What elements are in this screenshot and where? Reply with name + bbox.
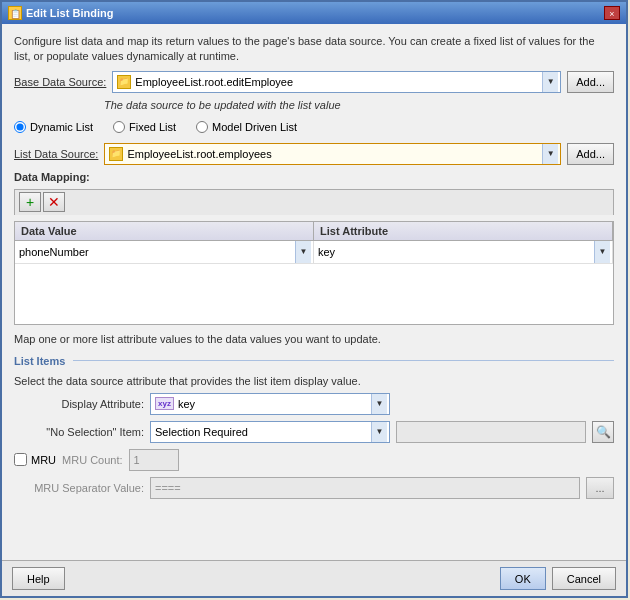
base-data-source-label: Base Data Source: bbox=[14, 76, 106, 88]
display-attribute-arrow: ▼ bbox=[371, 394, 387, 414]
fixed-list-input[interactable] bbox=[113, 121, 125, 133]
dialog-icon: 📋 bbox=[8, 6, 22, 20]
data-value-cell: phoneNumber ▼ bbox=[15, 241, 314, 263]
bottom-left: Help bbox=[12, 567, 65, 590]
list-items-description: Select the data source attribute that pr… bbox=[14, 375, 614, 387]
dynamic-list-input[interactable] bbox=[14, 121, 26, 133]
display-attribute-dropdown[interactable]: xyz key ▼ bbox=[150, 393, 390, 415]
mru-separator-row: MRU Separator Value: ==== ... bbox=[14, 477, 614, 499]
list-data-source-dropdown[interactable]: 📁 EmployeeList.root.employees ▼ bbox=[104, 143, 561, 165]
data-value-text: phoneNumber bbox=[19, 246, 89, 258]
mru-count-label: MRU Count: bbox=[62, 454, 123, 466]
data-value-dropdown[interactable]: phoneNumber ▼ bbox=[15, 241, 313, 263]
mru-row: MRU MRU Count: 1 bbox=[14, 449, 614, 471]
no-selection-item-value: Selection Required bbox=[155, 426, 248, 438]
no-selection-item-row: "No Selection" Item: Selection Required … bbox=[14, 421, 614, 443]
dialog-content: Configure list data and map its return v… bbox=[2, 24, 626, 560]
list-data-source-arrow: ▼ bbox=[542, 144, 558, 164]
list-items-section-label: List Items bbox=[14, 355, 65, 367]
model-driven-list-input[interactable] bbox=[196, 121, 208, 133]
dialog-title: Edit List Binding bbox=[26, 7, 113, 19]
mru-label: MRU bbox=[31, 454, 56, 466]
base-data-source-arrow: ▼ bbox=[542, 72, 558, 92]
list-data-source-label: List Data Source: bbox=[14, 148, 98, 160]
no-selection-search-button[interactable]: 🔍 bbox=[592, 421, 614, 443]
cancel-button[interactable]: Cancel bbox=[552, 567, 616, 590]
add-mapping-button[interactable]: + bbox=[19, 192, 41, 212]
mru-checkbox-label[interactable]: MRU bbox=[14, 453, 56, 466]
mru-separator-label: MRU Separator Value: bbox=[14, 482, 144, 494]
delete-mapping-button[interactable]: ✕ bbox=[43, 192, 65, 212]
display-attribute-row: Display Attribute: xyz key ▼ bbox=[14, 393, 614, 415]
title-bar: 📋 Edit List Binding × bbox=[2, 2, 626, 24]
no-selection-item-dropdown[interactable]: Selection Required ▼ bbox=[150, 421, 390, 443]
no-selection-item-input[interactable] bbox=[396, 421, 586, 443]
fixed-list-radio[interactable]: Fixed List bbox=[113, 121, 176, 133]
list-data-source-icon: 📁 bbox=[109, 147, 123, 161]
base-data-source-hint: The data source to be updated with the l… bbox=[14, 99, 614, 111]
help-button[interactable]: Help bbox=[12, 567, 65, 590]
display-attribute-label: Display Attribute: bbox=[14, 398, 144, 410]
base-data-source-value: EmployeeList.root.editEmployee bbox=[135, 76, 293, 88]
data-mapping-label: Data Mapping: bbox=[14, 171, 614, 183]
fixed-list-label: Fixed List bbox=[129, 121, 176, 133]
mapping-hint-text: Map one or more list attribute values to… bbox=[14, 333, 614, 345]
list-data-source-add-button[interactable]: Add... bbox=[567, 143, 614, 165]
base-data-source-add-button[interactable]: Add... bbox=[567, 71, 614, 93]
no-selection-item-arrow: ▼ bbox=[371, 422, 387, 442]
display-attribute-xyz-icon: xyz bbox=[155, 397, 174, 410]
bottom-right: OK Cancel bbox=[500, 567, 616, 590]
description-text: Configure list data and map its return v… bbox=[14, 34, 614, 65]
no-selection-item-label: "No Selection" Item: bbox=[14, 426, 144, 438]
mru-checkbox[interactable] bbox=[14, 453, 27, 466]
table-empty-area bbox=[15, 264, 613, 324]
dynamic-list-radio[interactable]: Dynamic List bbox=[14, 121, 93, 133]
data-mapping-table: Data Value List Attribute phoneNumber ▼ bbox=[14, 221, 614, 325]
model-driven-list-radio[interactable]: Model Driven List bbox=[196, 121, 297, 133]
base-data-source-row: Base Data Source: 📁 EmployeeList.root.ed… bbox=[14, 71, 614, 93]
list-data-source-row: List Data Source: 📁 EmployeeList.root.em… bbox=[14, 143, 614, 165]
title-bar-left: 📋 Edit List Binding bbox=[8, 6, 113, 20]
table-header: Data Value List Attribute bbox=[15, 222, 613, 241]
column-data-value: Data Value bbox=[15, 222, 314, 240]
display-attribute-value: key bbox=[178, 398, 195, 410]
list-attribute-cell: key ▼ bbox=[314, 241, 613, 263]
mru-count-value: 1 bbox=[134, 454, 140, 466]
list-data-source-value: EmployeeList.root.employees bbox=[127, 148, 271, 160]
column-list-attribute: List Attribute bbox=[314, 222, 613, 240]
edit-list-binding-dialog: 📋 Edit List Binding × Configure list dat… bbox=[0, 0, 628, 598]
base-data-source-icon: 📁 bbox=[117, 75, 131, 89]
model-driven-list-label: Model Driven List bbox=[212, 121, 297, 133]
data-mapping-toolbar: + ✕ bbox=[14, 189, 614, 215]
divider-line bbox=[73, 360, 614, 361]
base-data-source-dropdown[interactable]: 📁 EmployeeList.root.editEmployee ▼ bbox=[112, 71, 561, 93]
data-value-arrow: ▼ bbox=[295, 241, 311, 263]
list-attribute-arrow: ▼ bbox=[594, 241, 610, 263]
mru-separator-field[interactable]: ==== bbox=[150, 477, 580, 499]
close-button[interactable]: × bbox=[604, 6, 620, 20]
radio-group: Dynamic List Fixed List Model Driven Lis… bbox=[14, 117, 614, 137]
table-row: phoneNumber ▼ key ▼ bbox=[15, 241, 613, 264]
list-attribute-dropdown[interactable]: key ▼ bbox=[314, 241, 612, 263]
list-attribute-text: key bbox=[318, 246, 335, 258]
list-items-section: Select the data source attribute that pr… bbox=[14, 375, 614, 499]
mru-more-button[interactable]: ... bbox=[586, 477, 614, 499]
dynamic-list-label: Dynamic List bbox=[30, 121, 93, 133]
mru-count-field[interactable]: 1 bbox=[129, 449, 179, 471]
ok-button[interactable]: OK bbox=[500, 567, 546, 590]
mru-separator-value: ==== bbox=[155, 482, 181, 494]
bottom-bar: Help OK Cancel bbox=[2, 560, 626, 596]
list-items-divider: List Items bbox=[14, 355, 614, 367]
